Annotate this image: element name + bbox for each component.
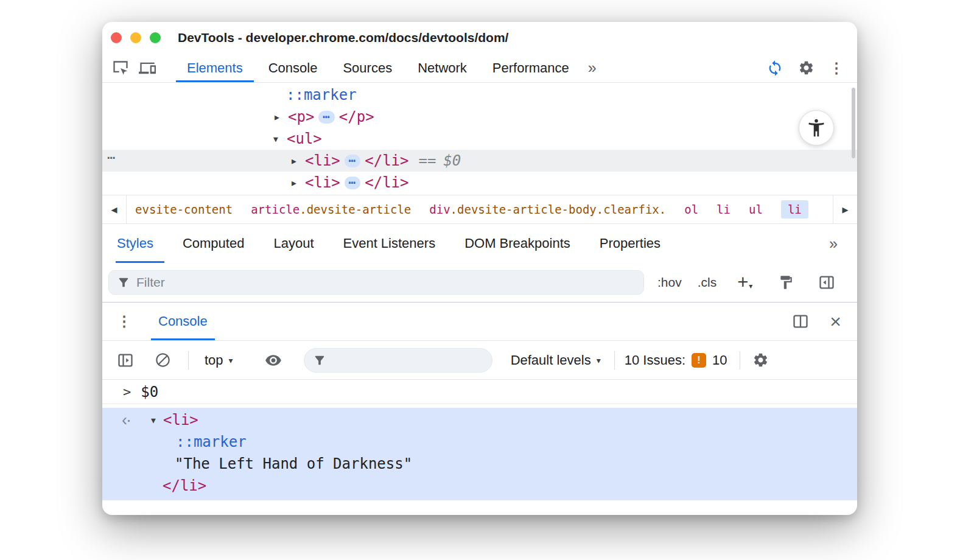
toolbar-divider	[188, 351, 189, 369]
tab-dom-breakpoints[interactable]: DOM Breakpoints	[450, 224, 585, 263]
rendering-emulation-button[interactable]	[773, 270, 799, 295]
breadcrumb-item[interactable]: ol	[684, 203, 698, 216]
twisty-expanded-icon[interactable]: ▼	[151, 416, 163, 425]
sync-button[interactable]	[762, 56, 788, 80]
zoom-window-button[interactable]	[150, 32, 161, 43]
sync-icon	[766, 60, 783, 77]
console-settings-button[interactable]	[748, 348, 774, 373]
breadcrumb: ◀ evsite-content article.devsite-article…	[102, 195, 857, 224]
toggle-device-toolbar-button[interactable]	[134, 56, 161, 80]
toggle-styles-sidebar-button[interactable]	[813, 270, 840, 295]
breadcrumb-scroll-left-button[interactable]: ◀	[102, 195, 127, 223]
tab-console[interactable]: Console	[256, 54, 331, 82]
crumb-classes: evsite-content	[135, 203, 233, 216]
accessibility-fab-button[interactable]	[799, 110, 834, 145]
breadcrumb-item[interactable]: evsite-content	[135, 203, 233, 216]
dom-node-li-selected[interactable]: ⋯ ▶ <li> ⋯ </li> == $0	[102, 150, 857, 172]
inspect-element-button[interactable]	[107, 56, 134, 80]
log-levels-dropdown[interactable]: Default levels ▾	[511, 352, 601, 368]
inline-expand-button[interactable]: ⋯	[318, 111, 334, 124]
devtools-main-toolbar: Elements Console Sources Network Perform…	[102, 54, 857, 83]
drawer-tab-console[interactable]: Console	[151, 303, 215, 340]
twisty-collapsed-icon[interactable]: ▶	[292, 178, 305, 187]
tab-label: Properties	[600, 236, 660, 251]
tab-label: Console	[158, 313, 208, 329]
breadcrumb-item[interactable]: ul	[749, 203, 763, 216]
toggle-element-state-button[interactable]: :hov	[657, 275, 682, 290]
breadcrumb-item[interactable]: article.devsite-article	[251, 203, 411, 216]
show-console-sidebar-button[interactable]	[112, 348, 139, 373]
tab-label: Event Listeners	[343, 236, 436, 251]
dom-node-marker[interactable]: ::marker	[102, 84, 857, 106]
dom-node-p[interactable]: ▶ <p> ⋯ </p>	[102, 106, 857, 128]
result-line: </li>	[102, 475, 857, 497]
twisty-collapsed-icon[interactable]: ▶	[275, 113, 288, 122]
breadcrumb-item-selected[interactable]: li	[781, 200, 808, 219]
console-history-entry[interactable]: > $0	[102, 380, 857, 404]
breadcrumb-items: evsite-content article.devsite-article d…	[127, 195, 817, 223]
traffic-lights	[111, 32, 161, 43]
styles-filter-field	[108, 270, 644, 295]
javascript-context-dropdown[interactable]: top ▾	[205, 352, 233, 368]
tab-elements[interactable]: Elements	[174, 54, 256, 82]
new-style-rule-button[interactable]: + ▾	[737, 275, 752, 290]
scrollbar-thumb[interactable]	[852, 88, 855, 158]
create-live-expression-button[interactable]	[260, 348, 287, 373]
breadcrumb-item[interactable]: li	[716, 203, 730, 216]
breadcrumb-scroll-right-button[interactable]: ▶	[833, 195, 857, 223]
breadcrumb-item[interactable]: div.devsite-article-body.clearfix.	[429, 203, 666, 216]
tab-layout[interactable]: Layout	[259, 224, 328, 263]
gutter-ellipsis-icon[interactable]: ⋯	[107, 150, 116, 165]
filter-funnel-icon	[313, 354, 326, 367]
element-classes-button[interactable]: .cls	[698, 275, 717, 290]
tab-network[interactable]: Network	[405, 54, 480, 82]
tab-event-listeners[interactable]: Event Listeners	[329, 224, 450, 263]
main-menu-button[interactable]: ⋮	[824, 56, 849, 80]
window-title: DevTools - developer.chrome.com/docs/dev…	[178, 30, 508, 45]
issues-counter[interactable]: 10 Issues: ! 10	[625, 352, 727, 368]
filter-funnel-icon	[117, 276, 130, 289]
crumb-classes: .devsite-article-body.clearfix.	[450, 203, 667, 216]
dom-node-ul[interactable]: ▼ <ul>	[102, 128, 857, 150]
inline-expand-button[interactable]: ⋯	[345, 177, 360, 189]
tab-computed[interactable]: Computed	[168, 224, 259, 263]
tab-performance[interactable]: Performance	[480, 54, 582, 82]
clear-console-button[interactable]	[150, 348, 176, 373]
tag-close: </li>	[163, 477, 206, 494]
tab-label: Layout	[273, 236, 314, 251]
drawer-menu-button[interactable]: ⋮	[113, 313, 135, 330]
more-sidebar-tabs-button[interactable]: »	[823, 235, 844, 253]
context-label: top	[205, 352, 223, 368]
tab-styles[interactable]: Styles	[116, 224, 168, 263]
returned-value-icon: ‹·	[121, 411, 151, 430]
tab-label: Styles	[117, 236, 153, 251]
tab-properties[interactable]: Properties	[585, 224, 675, 263]
toolbar-divider	[740, 351, 740, 369]
tab-label: Elements	[187, 60, 243, 76]
twisty-expanded-icon[interactable]: ▼	[273, 135, 287, 144]
levels-label: Default levels	[511, 352, 591, 368]
styles-filter-input[interactable]	[136, 275, 636, 290]
close-drawer-button[interactable]: ×	[825, 309, 846, 334]
tag-close: </p>	[339, 108, 374, 125]
caret-down-icon: ▾	[229, 355, 233, 365]
dollar-zero-label: $0	[443, 152, 461, 169]
console-result-selected[interactable]: ‹· ▼ <li> ::marker "The Left Hand of Dar…	[102, 408, 857, 500]
console-filter-input[interactable]	[332, 353, 483, 368]
tab-sources[interactable]: Sources	[330, 54, 405, 82]
drawer-right-controls: ×	[787, 303, 846, 340]
inline-expand-button[interactable]: ⋯	[345, 155, 360, 167]
minimize-window-button[interactable]	[130, 32, 141, 43]
dom-node-li[interactable]: ▶ <li> ⋯ </li>	[102, 172, 857, 194]
close-window-button[interactable]	[111, 32, 122, 43]
crumb-element: div	[429, 203, 450, 216]
block-circle-icon	[155, 352, 171, 368]
arrow-left-icon: ◀	[111, 205, 117, 214]
twisty-collapsed-icon[interactable]: ▶	[292, 156, 305, 166]
console-filter-field	[304, 348, 492, 373]
split-panel-button[interactable]	[787, 309, 814, 334]
more-panels-button[interactable]: »	[582, 59, 603, 77]
console-toolbar: top ▾ Default levels ▾ 10 Issues:	[102, 341, 857, 380]
text-node-value: "The Left Hand of Darkness"	[175, 455, 412, 472]
settings-button[interactable]	[793, 56, 819, 80]
